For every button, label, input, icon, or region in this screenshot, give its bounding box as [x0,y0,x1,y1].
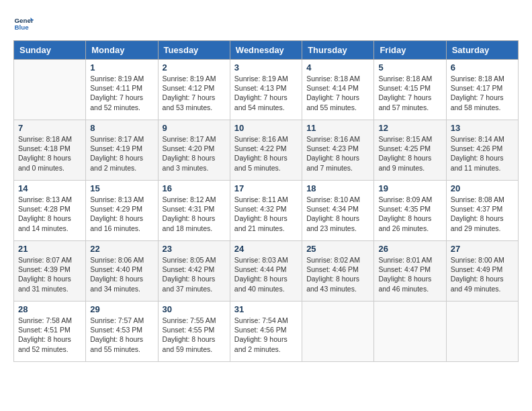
cell-content: Sunrise: 8:06 AM Sunset: 4:40 PM Dayligh… [90,255,153,293]
day-number: 9 [163,123,226,133]
cell-content: Sunrise: 8:13 AM Sunset: 4:29 PM Dayligh… [90,195,153,233]
calendar-cell: 6Sunrise: 8:18 AM Sunset: 4:17 PM Daylig… [446,60,518,120]
calendar-cell: 29Sunrise: 7:57 AM Sunset: 4:53 PM Dayli… [86,302,158,362]
cell-content: Sunrise: 7:58 AM Sunset: 4:51 PM Dayligh… [18,316,81,354]
calendar-cell: 3Sunrise: 8:19 AM Sunset: 4:13 PM Daylig… [230,60,302,120]
day-header-monday: Monday [86,41,158,60]
day-number: 17 [234,183,298,193]
cell-content: Sunrise: 8:18 AM Sunset: 4:17 PM Dayligh… [451,74,514,112]
cell-content: Sunrise: 8:13 AM Sunset: 4:28 PM Dayligh… [18,195,81,233]
day-number: 4 [306,62,369,73]
cell-content: Sunrise: 8:09 AM Sunset: 4:35 PM Dayligh… [378,195,441,233]
calendar-cell: 25Sunrise: 8:02 AM Sunset: 4:46 PM Dayli… [302,241,374,302]
day-number: 8 [90,123,153,133]
calendar-cell: 17Sunrise: 8:11 AM Sunset: 4:32 PM Dayli… [230,181,302,241]
cell-content: Sunrise: 8:00 AM Sunset: 4:49 PM Dayligh… [451,255,514,293]
calendar-cell: 14Sunrise: 8:13 AM Sunset: 4:28 PM Dayli… [14,181,86,241]
week-row-1: 1Sunrise: 8:19 AM Sunset: 4:11 PM Daylig… [14,60,519,120]
calendar-cell: 19Sunrise: 8:09 AM Sunset: 4:35 PM Dayli… [374,181,446,241]
week-row-2: 7Sunrise: 8:18 AM Sunset: 4:18 PM Daylig… [14,120,519,181]
calendar-cell: 24Sunrise: 8:03 AM Sunset: 4:44 PM Dayli… [230,241,302,302]
week-row-4: 21Sunrise: 8:07 AM Sunset: 4:39 PM Dayli… [14,241,519,302]
day-number: 2 [163,62,226,73]
cell-content: Sunrise: 8:08 AM Sunset: 4:37 PM Dayligh… [451,195,514,233]
calendar-cell: 26Sunrise: 8:01 AM Sunset: 4:47 PM Dayli… [374,241,446,302]
calendar-cell: 16Sunrise: 8:12 AM Sunset: 4:31 PM Dayli… [158,181,230,241]
calendar-cell: 30Sunrise: 7:55 AM Sunset: 4:55 PM Dayli… [158,302,230,362]
day-number: 11 [306,123,369,133]
day-number: 6 [451,62,514,73]
header: General Blue [13,13,519,34]
calendar-cell: 22Sunrise: 8:06 AM Sunset: 4:40 PM Dayli… [86,241,158,302]
calendar-cell: 5Sunrise: 8:18 AM Sunset: 4:15 PM Daylig… [374,60,446,120]
day-number: 22 [90,244,153,254]
day-header-wednesday: Wednesday [230,41,302,60]
cell-content: Sunrise: 8:18 AM Sunset: 4:18 PM Dayligh… [18,134,81,173]
logo: General Blue [13,13,36,34]
day-number: 20 [451,183,514,193]
calendar-cell: 2Sunrise: 8:19 AM Sunset: 4:12 PM Daylig… [158,60,230,120]
cell-content: Sunrise: 8:11 AM Sunset: 4:32 PM Dayligh… [234,195,298,233]
calendar-cell [14,60,86,120]
day-header-thursday: Thursday [302,41,374,60]
cell-content: Sunrise: 8:02 AM Sunset: 4:46 PM Dayligh… [306,255,369,293]
day-number: 14 [18,183,81,193]
cell-content: Sunrise: 7:54 AM Sunset: 4:56 PM Dayligh… [234,316,298,354]
cell-content: Sunrise: 8:18 AM Sunset: 4:14 PM Dayligh… [306,74,369,112]
calendar-cell: 21Sunrise: 8:07 AM Sunset: 4:39 PM Dayli… [14,241,86,302]
calendar-cell: 1Sunrise: 8:19 AM Sunset: 4:11 PM Daylig… [86,60,158,120]
day-header-sunday: Sunday [14,41,86,60]
calendar-cell: 18Sunrise: 8:10 AM Sunset: 4:34 PM Dayli… [302,181,374,241]
calendar-cell: 4Sunrise: 8:18 AM Sunset: 4:14 PM Daylig… [302,60,374,120]
cell-content: Sunrise: 8:05 AM Sunset: 4:42 PM Dayligh… [163,255,226,293]
day-number: 7 [18,123,81,133]
day-number: 12 [378,123,441,133]
calendar-cell: 8Sunrise: 8:17 AM Sunset: 4:19 PM Daylig… [86,120,158,181]
week-row-5: 28Sunrise: 7:58 AM Sunset: 4:51 PM Dayli… [14,302,519,362]
day-number: 23 [163,244,226,254]
day-number: 10 [234,123,298,133]
day-number: 13 [451,123,514,133]
cell-content: Sunrise: 8:18 AM Sunset: 4:15 PM Dayligh… [378,74,441,112]
calendar-cell: 13Sunrise: 8:14 AM Sunset: 4:26 PM Dayli… [446,120,518,181]
day-number: 21 [18,244,81,254]
day-number: 25 [306,244,369,254]
calendar-cell: 31Sunrise: 7:54 AM Sunset: 4:56 PM Dayli… [230,302,302,362]
cell-content: Sunrise: 8:19 AM Sunset: 4:13 PM Dayligh… [234,74,298,112]
cell-content: Sunrise: 8:15 AM Sunset: 4:25 PM Dayligh… [378,134,441,173]
calendar-cell: 12Sunrise: 8:15 AM Sunset: 4:25 PM Dayli… [374,120,446,181]
day-number: 24 [234,244,298,254]
cell-content: Sunrise: 8:14 AM Sunset: 4:26 PM Dayligh… [451,134,514,173]
day-header-tuesday: Tuesday [158,41,230,60]
calendar-cell [302,302,374,362]
day-number: 18 [306,183,369,193]
calendar-cell: 27Sunrise: 8:00 AM Sunset: 4:49 PM Dayli… [446,241,518,302]
cell-content: Sunrise: 8:12 AM Sunset: 4:31 PM Dayligh… [163,195,226,233]
calendar-table: SundayMondayTuesdayWednesdayThursdayFrid… [13,40,519,362]
calendar-cell: 28Sunrise: 7:58 AM Sunset: 4:51 PM Dayli… [14,302,86,362]
logo-icon: General Blue [13,13,34,34]
cell-content: Sunrise: 8:16 AM Sunset: 4:23 PM Dayligh… [306,134,369,173]
day-number: 5 [378,62,441,73]
day-header-saturday: Saturday [446,41,518,60]
day-number: 27 [451,244,514,254]
day-number: 3 [234,62,298,73]
calendar-cell [374,302,446,362]
day-header-friday: Friday [374,41,446,60]
day-number: 1 [90,62,153,73]
svg-text:Blue: Blue [15,24,30,31]
calendar-cell: 20Sunrise: 8:08 AM Sunset: 4:37 PM Dayli… [446,181,518,241]
calendar-cell: 15Sunrise: 8:13 AM Sunset: 4:29 PM Dayli… [86,181,158,241]
cell-content: Sunrise: 8:03 AM Sunset: 4:44 PM Dayligh… [234,255,298,293]
day-number: 31 [234,304,298,314]
cell-content: Sunrise: 8:16 AM Sunset: 4:22 PM Dayligh… [234,134,298,173]
cell-content: Sunrise: 8:17 AM Sunset: 4:19 PM Dayligh… [90,134,153,173]
day-number: 15 [90,183,153,193]
calendar-cell [446,302,518,362]
calendar-cell: 11Sunrise: 8:16 AM Sunset: 4:23 PM Dayli… [302,120,374,181]
day-number: 30 [163,304,226,314]
day-number: 19 [378,183,441,193]
day-number: 29 [90,304,153,314]
cell-content: Sunrise: 8:17 AM Sunset: 4:20 PM Dayligh… [163,134,226,173]
cell-content: Sunrise: 8:19 AM Sunset: 4:12 PM Dayligh… [163,74,226,112]
